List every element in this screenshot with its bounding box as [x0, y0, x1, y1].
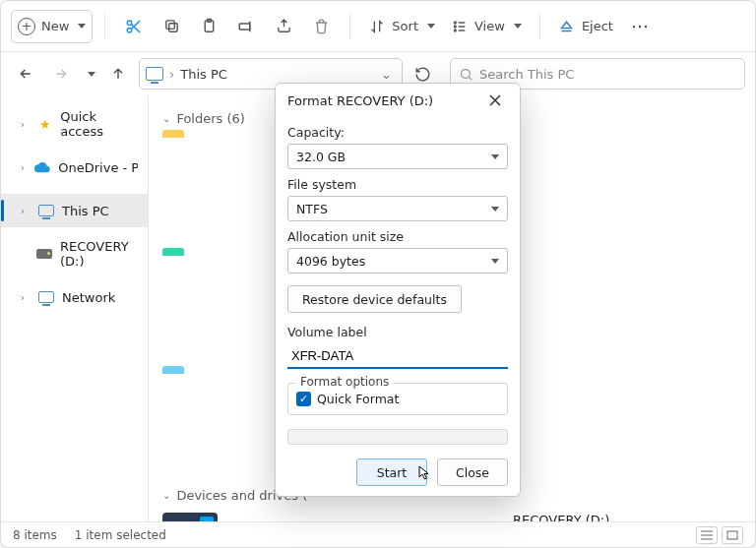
forward-button[interactable]	[46, 59, 76, 89]
sort-icon	[368, 18, 386, 35]
start-button[interactable]: Start	[356, 458, 427, 486]
close-label: Close	[456, 465, 489, 480]
restore-label: Restore device defaults	[302, 292, 447, 307]
chevron-down-icon	[514, 24, 522, 29]
delete-button[interactable]	[304, 10, 338, 43]
chevron-down-icon: ⌄	[162, 490, 170, 501]
sidebar-item-this-pc[interactable]: › This PC	[1, 194, 148, 227]
drive-icon	[36, 246, 52, 262]
volume-label-input[interactable]	[287, 343, 508, 369]
drive-item-recovery[interactable]: RECOVERY (D:) 9.56 GB free of 31.9 GB	[513, 513, 720, 521]
os-drive-icon	[162, 513, 218, 521]
cut-button[interactable]	[117, 10, 151, 43]
format-options-legend: Format options	[296, 375, 393, 389]
pc-icon	[146, 67, 163, 81]
chevron-down-icon	[427, 24, 435, 29]
folder-item-desktop[interactable]	[162, 136, 271, 179]
cloud-icon	[34, 159, 50, 175]
view-button[interactable]: View	[445, 10, 528, 43]
filesystem-value: NTFS	[296, 202, 328, 216]
group-label: Folders (6)	[176, 111, 245, 126]
view-icons-button[interactable]	[722, 526, 743, 544]
svg-point-9	[454, 30, 456, 31]
star-icon: ★	[37, 116, 52, 132]
restore-defaults-button[interactable]: Restore device defaults	[287, 285, 462, 313]
chevron-down-icon	[491, 154, 499, 159]
filesystem-label: File system	[287, 177, 508, 192]
expand-icon: ›	[21, 119, 30, 130]
toolbar: + New	[1, 1, 755, 52]
sort-button[interactable]: Sort	[362, 10, 441, 43]
format-options-group: Format options ✓ Quick Format	[287, 383, 508, 415]
chevron-down-icon: ⌄	[162, 113, 170, 124]
view-label: View	[474, 19, 505, 33]
volume-label-label: Volume label	[287, 325, 508, 339]
capacity-value: 32.0 GB	[296, 150, 346, 164]
copy-button[interactable]	[155, 10, 188, 43]
sidebar-item-label: OneDrive - Personal	[58, 160, 138, 175]
expand-icon: ›	[21, 206, 31, 216]
new-button[interactable]: + New	[11, 10, 93, 43]
format-dialog: Format RECOVERY (D:) Capacity: 32.0 GB F…	[275, 83, 521, 497]
eject-icon	[558, 18, 576, 35]
breadcrumb: This PC	[180, 67, 227, 82]
eject-label: Eject	[582, 19, 613, 33]
progress-bar	[287, 429, 508, 445]
chevron-down-icon	[491, 259, 499, 264]
share-icon	[275, 18, 292, 35]
sidebar-item-recovery[interactable]: RECOVERY (D:)	[1, 237, 148, 271]
quick-format-label: Quick Format	[317, 392, 399, 406]
alloc-combo[interactable]: 4096 bytes	[287, 248, 508, 274]
sidebar-item-quick-access[interactable]: › ★ Quick access	[1, 107, 148, 141]
search-placeholder: Search This PC	[479, 67, 574, 82]
more-button[interactable]: ⋯	[623, 10, 657, 43]
address-chevron[interactable]: ⌄	[377, 67, 396, 82]
plus-icon: +	[18, 18, 35, 35]
svg-rect-13	[727, 531, 737, 539]
share-button[interactable]	[267, 10, 300, 43]
copy-icon	[162, 18, 180, 35]
expand-icon: ›	[21, 162, 27, 173]
checkbox-checked-icon: ✓	[296, 392, 311, 406]
chevron-down-icon	[78, 24, 86, 29]
filesystem-combo[interactable]: NTFS	[287, 196, 508, 221]
sidebar-item-onedrive[interactable]: › OneDrive - Personal	[1, 151, 148, 184]
capacity-combo[interactable]: 32.0 GB	[287, 144, 508, 169]
svg-point-7	[454, 22, 456, 24]
rename-button[interactable]	[229, 10, 263, 43]
close-button[interactable]	[482, 88, 508, 113]
separator	[104, 14, 105, 39]
folder-item-pictures[interactable]	[162, 372, 271, 415]
back-button[interactable]	[11, 59, 40, 89]
folder-item-downloads[interactable]	[162, 254, 271, 297]
view-details-button[interactable]	[696, 526, 718, 544]
separator	[539, 14, 540, 39]
up-button[interactable]	[103, 59, 133, 89]
quick-format-checkbox[interactable]: ✓ Quick Format	[296, 392, 499, 406]
drive-grid: RECOVERY (D:) 9.56 GB free of 31.9 GB	[162, 513, 741, 521]
trash-icon	[312, 18, 330, 35]
svg-rect-2	[169, 24, 178, 32]
close-dialog-button[interactable]: Close	[437, 458, 508, 486]
network-icon	[38, 289, 54, 305]
sort-label: Sort	[392, 19, 418, 33]
recent-locations-button[interactable]	[82, 59, 97, 89]
alloc-label: Allocation unit size	[287, 229, 508, 244]
svg-rect-3	[166, 21, 175, 29]
separator	[349, 14, 350, 39]
sidebar-item-label: Quick access	[60, 109, 138, 139]
rename-icon	[237, 18, 255, 35]
paste-button[interactable]	[192, 10, 225, 43]
view-icon	[451, 18, 469, 35]
dialog-body: Capacity: 32.0 GB File system NTFS Alloc…	[276, 125, 520, 445]
sidebar-item-label: RECOVERY (D:)	[60, 239, 138, 269]
sidebar-item-network[interactable]: › Network	[1, 280, 148, 314]
drive-item-os[interactable]	[162, 513, 271, 521]
clipboard-icon	[200, 18, 218, 35]
status-bar: 8 items 1 item selected	[1, 521, 755, 547]
alloc-value: 4096 bytes	[296, 254, 365, 269]
drive-label: RECOVERY (D:)	[513, 513, 720, 521]
svg-point-8	[454, 26, 456, 28]
eject-button[interactable]: Eject	[552, 10, 619, 43]
chevron-down-icon	[88, 72, 95, 77]
